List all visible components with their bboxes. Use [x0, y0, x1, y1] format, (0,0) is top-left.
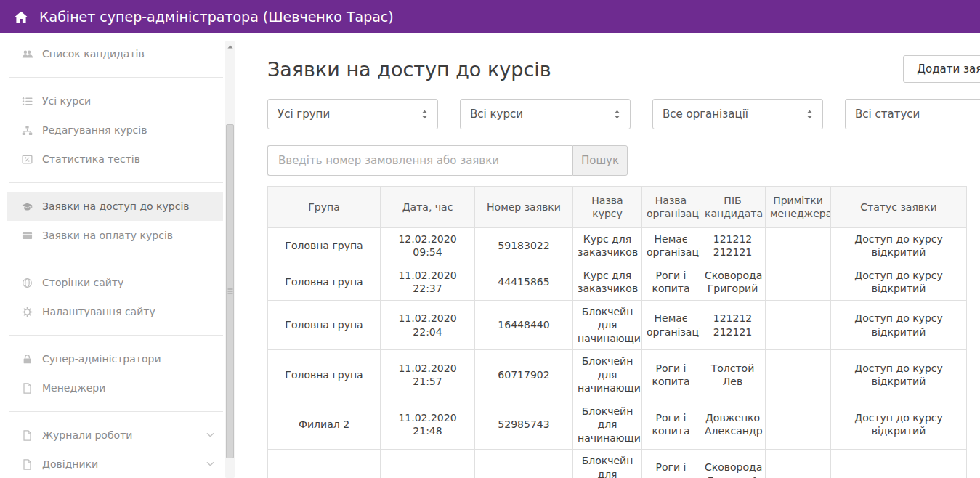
- table-cell: Сковорода Григорий: [700, 264, 766, 300]
- table-cell: Немає організації: [642, 228, 700, 264]
- table-cell: 59183022: [475, 228, 573, 264]
- table-cell: 121212 212121: [700, 300, 766, 349]
- requests-table: ГрупаДата, часНомер заявкиНазва курсуНаз…: [267, 186, 967, 478]
- graduation-cap-icon: [22, 201, 33, 212]
- column-header: Статус заявки: [831, 187, 967, 228]
- table-cell: [766, 300, 831, 349]
- credit-card-icon: [22, 230, 33, 241]
- filter-groups[interactable]: Усі групи: [267, 99, 438, 129]
- table-cell: [766, 400, 831, 449]
- search-button[interactable]: Пошук: [572, 145, 628, 176]
- table-cell: [766, 228, 831, 264]
- sidebar-item-work-journals[interactable]: Журнали роботи: [7, 421, 223, 450]
- table-cell: [766, 350, 831, 400]
- caret-updown-icon: [421, 110, 428, 119]
- sidebar-item-label: Журнали роботи: [42, 429, 132, 441]
- table-cell: Головна група: [268, 228, 381, 264]
- column-header: Назва організації: [642, 187, 700, 228]
- table-cell: Роги і копита: [642, 450, 700, 478]
- sidebar-item-all-courses[interactable]: Усі курси: [7, 86, 223, 116]
- sidebar-scrollbar[interactable]: [225, 41, 235, 478]
- table-cell: 12.02.2020 09:54: [381, 228, 475, 264]
- column-header: ПІБ кандидата: [700, 187, 766, 228]
- sitemap-icon: [22, 125, 33, 136]
- sidebar-item-label: Довідники: [42, 458, 98, 470]
- table-row: Блокчейн для начинающихРоги і копитаСков…: [268, 450, 967, 478]
- sidebar-item-super-admins[interactable]: Супер-адміністратори: [7, 344, 223, 373]
- sidebar-divider: [9, 411, 223, 412]
- table-cell: Курс для заказчиков: [573, 264, 642, 300]
- filter-value: Всі курси: [470, 108, 523, 121]
- home-icon[interactable]: [14, 11, 28, 23]
- table-cell: [766, 450, 831, 478]
- sidebar-divider: [9, 335, 223, 336]
- lock-icon: [22, 354, 33, 365]
- table-cell: Курс для заказчиков: [573, 228, 642, 264]
- sidebar-item-label: Сторінки сайту: [42, 277, 123, 288]
- filters-row: Усі групиВсі курсиВсе організаціїВсі ста…: [267, 99, 980, 129]
- sidebar-item-site-settings[interactable]: Налаштування сайту: [7, 297, 223, 326]
- column-header: Примітки менеджера: [766, 187, 831, 228]
- sidebar-item-course-payment-requests[interactable]: Заявки на оплату курсів: [7, 221, 223, 250]
- sidebar-item-label: Редагування курсів: [42, 124, 147, 136]
- file-icon: [22, 459, 33, 470]
- filter-courses[interactable]: Всі курси: [460, 99, 631, 129]
- sidebar-item-label: Супер-адміністратори: [42, 353, 161, 365]
- sidebar-item-directories[interactable]: Довідники: [7, 450, 223, 478]
- table-cell: [766, 264, 831, 300]
- table-cell: Блокчейн для начинающих: [573, 350, 642, 400]
- column-header: Номер заявки: [475, 187, 573, 228]
- statistics-icon: [22, 154, 33, 165]
- table-cell: 60717902: [475, 350, 573, 400]
- scroll-up-button[interactable]: [225, 41, 235, 52]
- filter-statuses[interactable]: Всі статуси: [845, 99, 980, 129]
- sidebar-item-label: Усі курси: [42, 95, 91, 107]
- sidebar-item-label: Налаштування сайту: [42, 306, 155, 317]
- table-cell: Доступ до курсу відкритий: [831, 350, 967, 400]
- sidebar-divider: [9, 182, 223, 183]
- table-row: Головна група11.02.2020 22:3744415865Кур…: [268, 264, 967, 300]
- table-cell: [831, 450, 967, 478]
- table-cell: Доступ до курсу відкритий: [831, 300, 967, 349]
- table-cell: Доступ до курсу відкритий: [831, 264, 967, 300]
- caret-updown-icon: [806, 110, 813, 119]
- filter-value: Все організації: [663, 108, 748, 121]
- table-row: Филиал 211.02.2020 21:4852985743Блокчейн…: [268, 400, 967, 449]
- table-cell: Роги і копита: [642, 350, 700, 400]
- main-inner: Заявки на доступ до курсів Додати заявку…: [267, 55, 980, 478]
- sidebar-item-site-pages[interactable]: Сторінки сайту: [7, 268, 223, 297]
- search-row: Пошук: [267, 145, 980, 176]
- sidebar-item-course-editing[interactable]: Редагування курсів: [7, 116, 223, 145]
- column-header: Назва курсу: [573, 187, 642, 228]
- sidebar-item-test-statistics[interactable]: Статистика тестів: [7, 145, 223, 174]
- header: Кабінет супер-адміністратора (Шевченко Т…: [0, 0, 980, 33]
- add-request-button[interactable]: Додати заявку: [903, 55, 980, 83]
- list-icon: [22, 96, 33, 107]
- column-header: Група: [268, 187, 381, 228]
- table-cell: 11.02.2020 22:37: [381, 264, 475, 300]
- sidebar-item-label: Список кандидатів: [42, 48, 145, 60]
- gear-icon: [22, 307, 33, 317]
- table-cell: Блокчейн для начинающих: [573, 400, 642, 449]
- sidebar: Список кандидатівУсі курсиРедагування ку…: [0, 33, 242, 478]
- sidebar-item-candidates-list[interactable]: Список кандидатів: [7, 39, 223, 68]
- file-icon: [22, 430, 33, 441]
- scrollbar-thumb[interactable]: [226, 124, 234, 458]
- table-cell: [381, 450, 475, 478]
- sidebar-item-course-access-requests[interactable]: Заявки на доступ до курсів: [7, 192, 223, 221]
- sidebar-divider: [9, 259, 223, 259]
- table-cell: Толстой Лев: [700, 350, 766, 400]
- filter-organizations[interactable]: Все організації: [652, 99, 823, 129]
- table-cell: 11.02.2020 22:04: [381, 300, 475, 349]
- globe-icon: [22, 278, 33, 288]
- users-icon: [22, 49, 33, 60]
- caret-updown-icon: [614, 110, 620, 119]
- search-input[interactable]: [267, 145, 572, 176]
- table-cell: [475, 450, 573, 478]
- scrollbar-grip: [227, 288, 232, 296]
- table-cell: 11.02.2020 21:48: [381, 400, 475, 449]
- table-cell: Довженко Александр: [700, 400, 766, 449]
- sidebar-item-managers[interactable]: Менеджери: [7, 373, 223, 402]
- table-cell: Головна група: [268, 264, 381, 300]
- column-header: Дата, час: [381, 187, 475, 228]
